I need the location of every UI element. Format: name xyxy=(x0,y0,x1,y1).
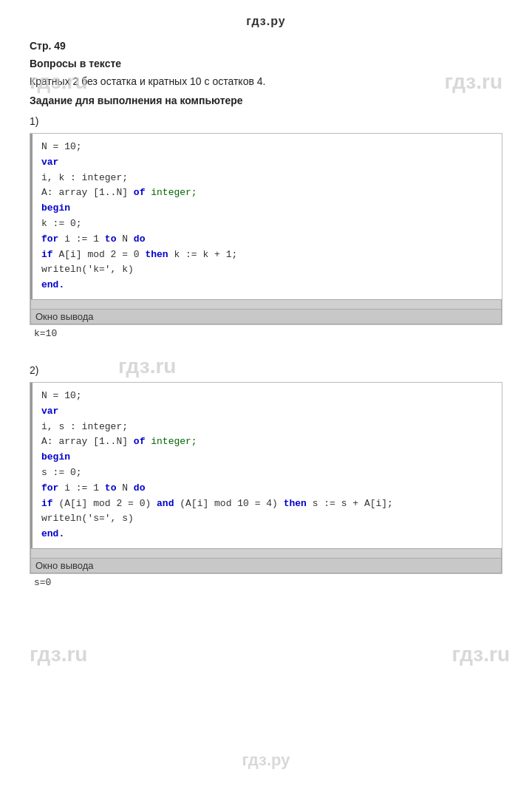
task1-line-2: var xyxy=(41,155,493,171)
task2-block: 2) N = 10; var i, s : integer; A: array … xyxy=(30,364,502,591)
section2-title: Задание для выполнения на компьютере xyxy=(30,95,502,106)
section1-description: Кратных 2 без остатка и кратных 10 с ост… xyxy=(30,75,502,87)
task2-code-container: N = 10; var i, s : integer; A: array [1.… xyxy=(30,382,502,574)
task2-output-result: s=0 xyxy=(30,574,502,591)
task2-line-6: s := 0; xyxy=(41,465,493,481)
task1-line-5: begin xyxy=(41,201,493,216)
task2-line-2: var xyxy=(41,404,493,420)
header-site-label: гдз.ру xyxy=(246,15,285,27)
watermark-bottom-left: гдз.ru xyxy=(30,643,87,666)
task2-line-4: A: array [1..N] of integer; xyxy=(41,434,493,450)
task1-line-4: A: array [1..N] of integer; xyxy=(41,185,493,201)
page-container: гдз.ру гдз.ru гдз.ru гдз.ru гдз.ru гдз.r… xyxy=(0,0,532,792)
task1-line-10: end. xyxy=(41,278,493,293)
task1-output-result: k=10 xyxy=(30,325,502,342)
task2-line-10: end. xyxy=(41,527,493,542)
section1-title: Вопросы в тексте xyxy=(30,58,502,69)
watermark-footer: гдз.ру xyxy=(242,751,290,770)
task2-line-1: N = 10; xyxy=(41,389,493,404)
task1-scrollbar[interactable] xyxy=(30,299,502,310)
task1-line-1: N = 10; xyxy=(41,140,493,155)
page-number: Стр. 49 xyxy=(30,40,502,52)
task2-code-block: N = 10; var i, s : integer; A: array [1.… xyxy=(30,383,502,548)
watermark-bottom-right: гдз.ru xyxy=(452,643,510,666)
task2-line-8: if (A[i] mod 2 = 0) and (A[i] mod 10 = 4… xyxy=(41,496,493,512)
task2-line-7: for i := 1 to N do xyxy=(41,481,493,496)
task1-block: 1) N = 10; var i, k : integer; A: array … xyxy=(30,115,502,342)
task1-line-9: writeln('k=', k) xyxy=(41,262,493,278)
task1-number: 1) xyxy=(30,115,502,127)
task1-line-8: if A[i] mod 2 = 0 then k := k + 1; xyxy=(41,248,493,263)
site-header: гдз.ру xyxy=(30,15,502,28)
task1-line-6: k := 0; xyxy=(41,216,493,232)
task2-line-9: writeln('s=', s) xyxy=(41,511,493,527)
task1-code-block: N = 10; var i, k : integer; A: array [1.… xyxy=(30,134,502,299)
task2-line-3: i, s : integer; xyxy=(41,420,493,435)
task1-line-7: for i := 1 to N do xyxy=(41,232,493,248)
task2-output-header: Окно вывода xyxy=(30,559,502,573)
task2-number: 2) xyxy=(30,364,502,376)
task1-line-3: i, k : integer; xyxy=(41,171,493,186)
task2-line-5: begin xyxy=(41,450,493,465)
task1-code-container: N = 10; var i, k : integer; A: array [1.… xyxy=(30,133,502,325)
task2-scrollbar[interactable] xyxy=(30,548,502,559)
task1-output-header: Окно вывода xyxy=(30,310,502,324)
